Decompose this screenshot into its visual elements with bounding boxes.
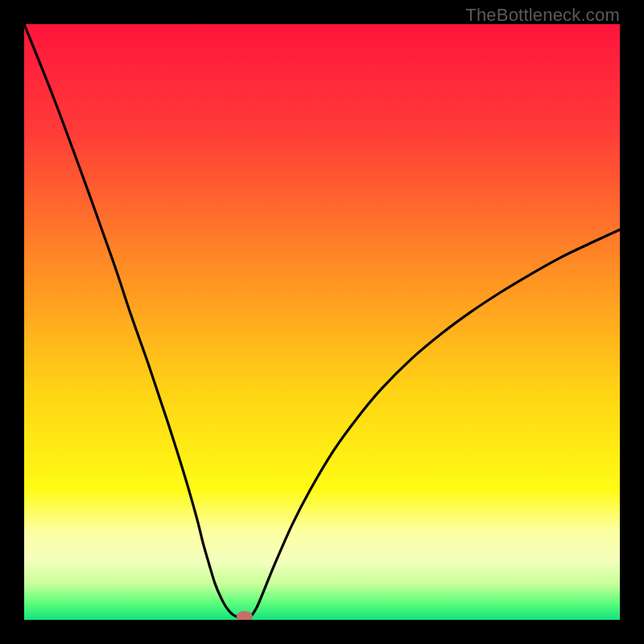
bottleneck-chart bbox=[24, 24, 620, 620]
chart-container bbox=[24, 24, 620, 620]
watermark-text: TheBottleneck.com bbox=[465, 5, 620, 26]
chart-background bbox=[24, 24, 620, 620]
